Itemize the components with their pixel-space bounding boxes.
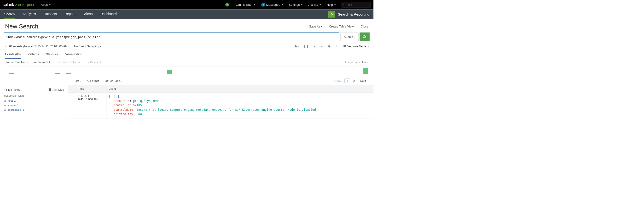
time-range-picker[interactable]: All time ▾ [340,32,358,41]
smart-mode-icon [343,45,346,48]
col-event-header: Event [106,85,374,93]
minus-icon: — [34,61,37,64]
field-name: sourcetype [8,108,21,111]
json-collapse-toggle[interactable]: [-] [114,95,119,98]
tab-visualization[interactable]: Visualization [65,53,82,59]
share-icon[interactable]: ↗ [320,45,323,48]
list-label: List [75,79,79,83]
messages-label: Messages [266,3,280,6]
all-fields-button[interactable]: ☰ All Fields [49,88,64,91]
field-type-icon: a [4,104,6,107]
brand-logo: splunk > enterprise [3,2,36,7]
nav-alerts[interactable]: Alerts [84,12,93,16]
timeline-bar[interactable] [167,70,172,74]
timeline-chart[interactable] [5,67,369,75]
field-name: source [8,104,16,107]
status-indicator[interactable]: ✓ [225,3,229,6]
activity-label: Activity [308,3,318,6]
nav-datasets[interactable]: Datasets [44,12,57,16]
next-button[interactable]: Next › [358,79,370,83]
events-count-label: 68 events [9,45,22,48]
timeline-bar[interactable] [363,68,368,74]
svg-line-3 [365,37,366,38]
hide-fields-label: Hide Fields [6,88,20,91]
col-time-header[interactable]: Time [76,85,107,93]
find-input[interactable] [342,2,371,7]
display-list-menu[interactable]: List ▾ [75,79,81,83]
nav-analytics[interactable]: Analytics [22,12,36,16]
nav-reports[interactable]: Reports [65,12,76,16]
create-table-view-button[interactable]: Create Table View [329,25,354,28]
tab-statistics[interactable]: Statistics [46,53,58,59]
search-row: All time ▾ [0,32,374,44]
print-icon[interactable] [328,45,331,48]
tab-events[interactable]: Events (68) [5,53,20,59]
expand-row-button[interactable]: › [68,93,76,118]
nav-dashboards[interactable]: Dashboards [100,12,118,16]
apps-menu[interactable]: Apps ▼ [41,3,51,6]
field-item-host[interactable]: a host 1 [4,99,64,102]
export-icon[interactable]: ⤓ [336,45,338,48]
help-label: Help [327,3,333,6]
brand-gt: > [14,2,18,7]
format-row: List ▾ ✎ Format 50 Per Page ▾ ‹ Prev 1 2… [0,77,374,85]
timeline-bar[interactable] [55,73,60,74]
app-title-label: Search & Reporting [338,12,369,16]
json-value: 52105 [133,104,142,107]
run-search-button[interactable] [360,32,370,41]
plus-icon: + [56,61,58,64]
time-range-label: All time [344,35,353,38]
tab-patterns[interactable]: Patterns [28,53,39,59]
settings-menu[interactable]: Settings ▼ [289,3,303,6]
nav-search[interactable]: Search [4,9,14,19]
pause-icon[interactable]: ❚❚ [304,45,309,48]
sampling-label: No Event Sampling [74,45,99,48]
format-button[interactable]: ✎ Format [87,79,99,83]
chevron-down-icon: ▼ [319,3,321,6]
svg-rect-9 [344,46,345,46]
activity-menu[interactable]: Activity ▼ [308,3,321,6]
svg-rect-6 [328,47,330,47]
app-nav: Search Analytics Datasets Reports Alerts… [0,9,374,19]
zoom-out-button[interactable]: — Zoom Out [34,61,50,64]
field-item-sourcetype[interactable]: a sourcetype 1 [4,108,64,111]
search-mode-menu[interactable]: Verbose Mode ▾ [343,45,368,48]
event-row: › 10/25/24 8:45:18.000 AM { [-] accountI… [68,93,374,118]
zoom-out-label: Zoom Out [38,61,50,64]
administrator-menu[interactable]: Administrator ▼ [235,3,256,6]
events-note: (before 10/25/24 11:02:16.000 AM) [23,45,68,48]
timeline-bar[interactable] [9,73,14,74]
search-input-wrap[interactable] [4,32,340,41]
hide-fields-button[interactable]: ‹ Hide Fields [4,88,20,91]
timeline-scale-label: 1 month per column [345,61,368,64]
event-sampling-menu[interactable]: No Event Sampling ▾ [74,45,101,48]
chevron-down-icon: ▾ [26,61,28,63]
results-area: ‹ Hide Fields ☰ All Fields Selected Fiel… [0,85,374,118]
save-as-menu[interactable]: Save As ▾ [309,25,322,28]
stop-icon[interactable]: ■ [314,45,315,48]
page-1-button[interactable]: 1 [344,79,350,83]
job-menu[interactable]: Job ▾ [292,45,299,48]
search-input[interactable] [6,35,337,39]
page-2-button[interactable]: 2 [351,79,357,83]
administrator-label: Administrator [235,3,252,6]
json-key: controlId [114,104,130,107]
find-text[interactable] [347,3,374,6]
save-as-label: Save As [309,25,320,28]
format-timeline-menu[interactable]: Format Timeline ▾ [6,61,28,64]
page-title: New Search [5,23,38,30]
event-json[interactable]: { [-] accountId: gcp-qualys-demo control… [106,93,374,118]
svg-rect-4 [328,45,330,46]
field-name: host [8,99,13,102]
close-button[interactable]: Close [361,25,368,28]
json-key: accountId [114,99,130,103]
chevron-down-icon: ▼ [254,3,256,6]
events-table: i Time Event › 10/25/24 8:45:18.000 AM {… [68,85,374,119]
deselect-label: Deselect [90,61,101,64]
per-page-menu[interactable]: 50 Per Page ▾ [104,79,122,83]
help-menu[interactable]: Help ▼ [327,3,336,6]
settings-label: Settings [289,3,300,6]
field-item-source[interactable]: a source 1 [4,104,64,107]
timeline-bar[interactable] [66,73,71,74]
messages-menu[interactable]: 3 Messages ▼ [261,3,283,7]
